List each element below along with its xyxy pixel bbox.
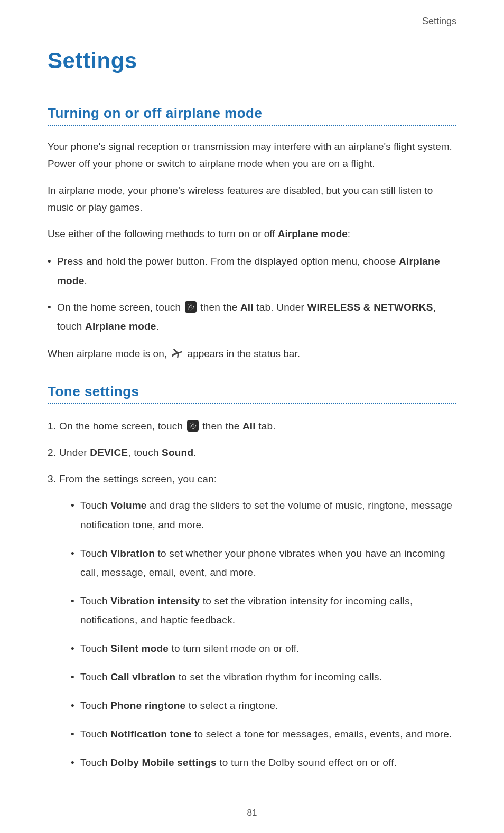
section-divider (48, 125, 456, 126)
text: Touch (80, 500, 110, 511)
text: tab. Under (254, 302, 307, 313)
list-number: 2. (48, 443, 56, 462)
list-item: Touch Call vibration to set the vibratio… (71, 668, 456, 687)
text: to select a ringtone. (185, 700, 278, 711)
text: , touch (128, 447, 162, 458)
page-number: 81 (0, 808, 504, 818)
bold-text: Vibration (110, 548, 155, 559)
bold-text: Volume (110, 500, 146, 511)
svg-point-0 (189, 305, 192, 308)
list-number: 3. (48, 470, 56, 489)
paragraph: When airplane mode is on, appears in the… (48, 345, 456, 362)
text: tab. (256, 420, 276, 432)
airplane-icon (171, 347, 183, 360)
paragraph: Use either of the following methods to t… (48, 226, 456, 242)
text: On the home screen, touch (59, 420, 186, 432)
list-item: Touch Notification tone to select a tone… (71, 725, 456, 744)
section-heading-tone: Tone settings (48, 383, 456, 400)
list-number: 1. (48, 417, 56, 436)
text: then the (200, 420, 242, 432)
text: to set the vibration rhythm for incoming… (175, 671, 382, 682)
header-running-title: Settings (48, 16, 456, 27)
numbered-list: 1. On the home screen, touch then the Al… (48, 417, 456, 772)
page-title: Settings (48, 48, 456, 73)
bold-text: Dolby Mobile settings (110, 757, 217, 768)
page: Settings Settings Turning on or off airp… (0, 0, 504, 833)
bold-text: Call vibration (110, 671, 175, 682)
settings-icon (185, 301, 197, 313)
bold-text: Vibration intensity (110, 595, 200, 606)
text: Touch (80, 643, 110, 654)
bold-text: Notification tone (110, 728, 191, 740)
text: When airplane mode is on, (48, 348, 170, 359)
text: . (156, 321, 159, 332)
bold-text: Sound (162, 447, 193, 458)
paragraph: Your phone's signal reception or transmi… (48, 138, 456, 173)
text: Touch (80, 757, 110, 768)
text: then the (198, 302, 240, 313)
text: Touch (80, 548, 110, 559)
text: Press and hold the power button. From th… (57, 256, 399, 267)
bold-text: WIRELESS & NETWORKS (307, 302, 433, 313)
bold-text: Airplane mode (85, 321, 156, 332)
text: Under (59, 447, 90, 458)
list-item: Touch Vibration to set whether your phon… (71, 544, 456, 582)
section-heading-airplane: Turning on or off airplane mode (48, 105, 456, 121)
list-item: Touch Phone ringtone to select a rington… (71, 696, 456, 715)
list-item: Touch Dolby Mobile settings to turn the … (71, 753, 456, 772)
text: to turn silent mode on or off. (169, 643, 300, 654)
bullet-list: Press and hold the power button. From th… (48, 252, 456, 335)
bold-text: DEVICE (90, 447, 128, 458)
list-item: Touch Vibration intensity to set the vib… (71, 592, 456, 630)
text: Touch (80, 700, 110, 711)
text: Use either of the following methods to t… (48, 228, 278, 239)
bold-text: Silent mode (110, 643, 169, 654)
text: : (348, 228, 350, 239)
sub-bullet-list: Touch Volume and drag the sliders to set… (59, 496, 456, 772)
paragraph: In airplane mode, your phone's wireless … (48, 182, 456, 217)
text: to turn the Dolby sound effect on or off… (217, 757, 397, 768)
bold-text: All (240, 302, 254, 313)
list-item: Press and hold the power button. From th… (48, 252, 456, 290)
svg-point-3 (190, 423, 195, 429)
text: Touch (80, 728, 110, 740)
list-item: 2. Under DEVICE, touch Sound. (48, 443, 456, 462)
settings-icon (187, 420, 199, 432)
text: . (84, 275, 87, 286)
svg-point-1 (188, 304, 193, 310)
list-item: Touch Silent mode to turn silent mode on… (71, 639, 456, 658)
svg-point-2 (191, 425, 194, 427)
list-item: On the home screen, touch then the All t… (48, 298, 456, 336)
list-item: Touch Volume and drag the sliders to set… (71, 496, 456, 534)
text: From the settings screen, you can: (59, 473, 217, 484)
text: On the home screen, touch (57, 302, 184, 313)
list-item: 1. On the home screen, touch then the Al… (48, 417, 456, 436)
text: Touch (80, 595, 110, 606)
text: . (193, 447, 196, 458)
bold-text: Airplane mode (278, 228, 348, 239)
bold-text: Phone ringtone (110, 700, 185, 711)
text: Touch (80, 671, 110, 682)
text: to select a tone for messages, emails, e… (191, 728, 452, 740)
list-item: 3. From the settings screen, you can: To… (48, 470, 456, 772)
text: appears in the status bar. (184, 348, 300, 359)
section-divider (48, 403, 456, 404)
bold-text: All (242, 420, 256, 432)
